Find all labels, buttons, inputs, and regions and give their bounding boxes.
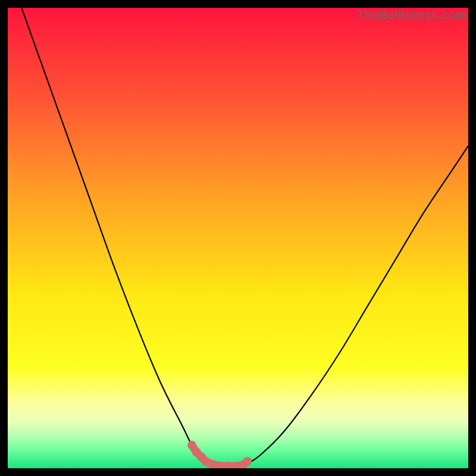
watermark-text: TheBottleneck.com bbox=[357, 8, 466, 22]
chart-frame: TheBottleneck.com bbox=[8, 8, 468, 468]
optimal-range-dot bbox=[243, 457, 252, 466]
chart-background bbox=[8, 8, 468, 468]
bottleneck-chart bbox=[8, 8, 468, 468]
